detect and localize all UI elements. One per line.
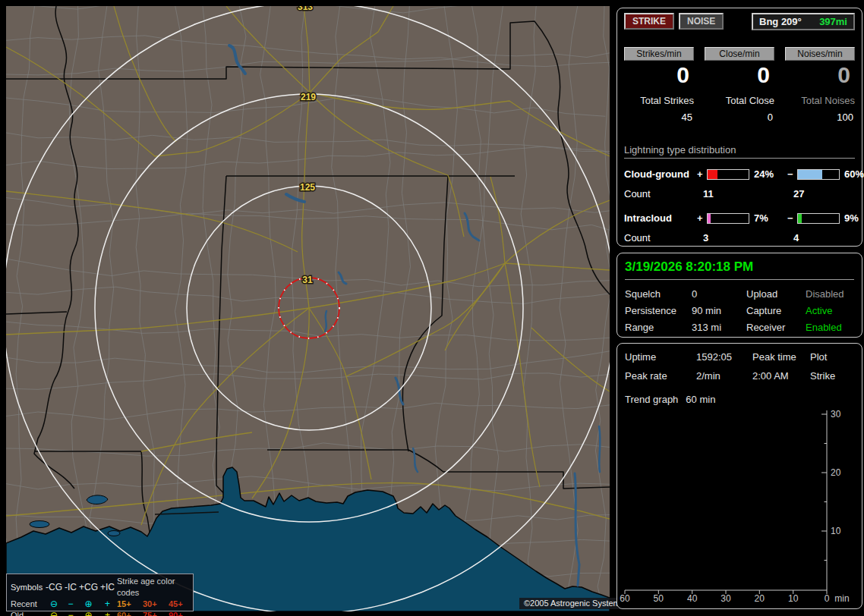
bar-fill xyxy=(798,214,802,223)
bearing-distance: 397mi xyxy=(819,16,847,27)
distribution-count-row: Count 3 4 xyxy=(624,232,855,244)
svg-text:60: 60 xyxy=(620,593,630,604)
range-label: Range xyxy=(625,322,692,333)
total-noises-value: 100 xyxy=(785,112,855,123)
legend-col-pos-ic: +IC xyxy=(98,582,117,593)
positive-ic-bar xyxy=(707,213,749,224)
count-label: Count xyxy=(624,232,697,244)
age-code: 60+ xyxy=(117,610,143,616)
plus-icon: + xyxy=(98,599,117,610)
legend-col-pos-cg: +CG xyxy=(79,582,98,593)
distribution-title: Lightning type distribution xyxy=(624,144,855,159)
positive-cg-count: 11 xyxy=(697,188,787,200)
age-code: 90+ xyxy=(169,610,194,616)
positive-cg-percent: 24% xyxy=(754,168,787,180)
counter-column-close: Close/min 0 Total Close 0 xyxy=(705,47,774,123)
distribution-row-cloud-ground: Cloud-ground + 24% − 60% xyxy=(624,168,855,180)
noises-per-min-value: 0 xyxy=(785,62,855,87)
circle-plus-icon: ⊕ xyxy=(79,610,98,616)
svg-text:10: 10 xyxy=(831,526,841,536)
svg-text:0: 0 xyxy=(825,593,830,604)
age-code: 30+ xyxy=(143,599,169,610)
circle-minus-icon: ⊖ xyxy=(46,599,62,610)
negative-ic-count: 4 xyxy=(787,232,855,244)
upload-status: Disabled xyxy=(806,288,854,300)
map-canvas: 313 219 125 31 xyxy=(6,6,610,611)
negative-cg-count: 27 xyxy=(787,188,855,200)
noises-per-min-button[interactable]: Noises/min xyxy=(785,47,855,61)
svg-text:50: 50 xyxy=(654,593,664,604)
panel-trend: Uptime 1592:05 Peak time Plot Peak rate … xyxy=(616,343,862,609)
positive-ic-percent: 7% xyxy=(754,212,787,224)
strike-toggle-button[interactable]: STRIKE xyxy=(624,13,674,30)
negative-ic-bar xyxy=(797,213,840,224)
close-per-min-value: 0 xyxy=(705,62,774,87)
persistence-value: 90 min xyxy=(692,305,746,316)
trend-x-tick-labels: 60 50 40 30 20 10 0 min xyxy=(620,593,849,604)
ring-label: 219 xyxy=(301,92,316,102)
distribution-label: Intracloud xyxy=(624,212,697,224)
bar-fill xyxy=(708,214,711,223)
age-code: 15+ xyxy=(117,599,143,610)
minus-icon: − xyxy=(62,610,79,616)
bearing-readout[interactable]: Bng 209° 397mi xyxy=(752,13,855,30)
legend-col-neg-ic: -IC xyxy=(62,582,79,593)
bearing-value: Bng 209° xyxy=(759,16,802,27)
datetime-display: 3/19/2026 8:20:18 PM xyxy=(625,259,854,280)
count-label: Count xyxy=(624,188,697,200)
panel-counters: STRIKE NOISE Bng 209° 397mi Strikes/min … xyxy=(616,8,862,247)
circle-plus-icon: ⊕ xyxy=(79,599,98,610)
total-strikes-value: 45 xyxy=(624,112,694,123)
minus-icon: − xyxy=(787,212,797,224)
upload-label: Upload xyxy=(746,288,806,300)
squelch-value: 0 xyxy=(692,288,746,300)
age-code: 45+ xyxy=(169,599,194,610)
map-legend: Symbols -CG -IC +CG +IC Strike age color… xyxy=(6,574,194,611)
distribution-count-row: Count 11 27 xyxy=(624,188,855,200)
svg-text:30: 30 xyxy=(721,593,731,604)
trend-graph: 60 50 40 30 20 10 0 min 30 20 10 xyxy=(617,344,862,608)
total-noises-label: Total Noises xyxy=(785,95,855,106)
bar-fill xyxy=(798,170,822,179)
counter-column-noises: Noises/min 0 Total Noises 100 xyxy=(785,47,855,123)
svg-text:min: min xyxy=(834,593,849,604)
plus-icon: + xyxy=(697,212,707,224)
plus-icon: + xyxy=(98,610,117,616)
counter-column-strikes: Strikes/min 0 Total Strikes 45 xyxy=(624,47,694,123)
trend-axes xyxy=(625,410,827,594)
circle-minus-icon: ⊖ xyxy=(46,610,62,616)
negative-cg-percent: 60% xyxy=(844,168,864,180)
bar-fill xyxy=(708,170,717,179)
range-value: 313 mi xyxy=(692,322,746,333)
close-per-min-button[interactable]: Close/min xyxy=(705,47,774,61)
legend-row-old: Old xyxy=(11,610,46,616)
svg-text:20: 20 xyxy=(755,593,765,604)
capture-label: Capture xyxy=(746,305,806,316)
positive-ic-count: 3 xyxy=(697,232,787,244)
total-strikes-label: Total Strikes xyxy=(624,95,694,106)
legend-age-header: Strike age color codes xyxy=(117,576,194,599)
capture-status: Active xyxy=(806,305,854,316)
copyright-notice: ©2005 Astrogenic Systems xyxy=(519,598,629,609)
persistence-label: Persistence xyxy=(625,305,692,316)
minus-icon: − xyxy=(62,599,79,610)
svg-text:30: 30 xyxy=(831,409,841,420)
legend-symbols-header: Symbols xyxy=(11,582,46,593)
strikes-per-min-button[interactable]: Strikes/min xyxy=(624,47,694,61)
ring-label: 31 xyxy=(302,275,313,285)
ring-label: 313 xyxy=(298,6,313,12)
positive-cg-bar xyxy=(707,169,749,180)
total-close-label: Total Close xyxy=(705,95,774,106)
map[interactable]: 313 219 125 31 Symbols -CG -IC +CG +IC S… xyxy=(6,6,610,611)
noise-toggle-button[interactable]: NOISE xyxy=(679,13,724,30)
age-code: 75+ xyxy=(143,610,169,616)
panel-status: 3/19/2026 8:20:18 PM Squelch 0 Upload Di… xyxy=(616,253,862,338)
legend-row-recent: Recent xyxy=(11,599,46,610)
svg-text:40: 40 xyxy=(687,593,698,604)
plus-icon: + xyxy=(697,168,707,180)
receiver-status: Enabled xyxy=(806,322,854,333)
receiver-label: Receiver xyxy=(746,322,806,333)
svg-text:20: 20 xyxy=(831,467,841,478)
trend-y-tick-labels: 30 20 10 xyxy=(831,409,841,536)
total-close-value: 0 xyxy=(705,112,774,123)
